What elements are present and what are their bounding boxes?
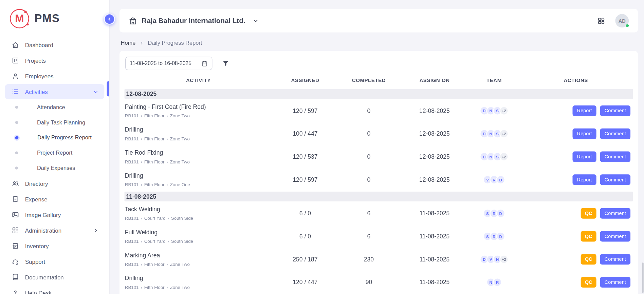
activity-path: RB101›Fifth Floor›Zone One [125, 182, 269, 187]
sidebar-subitem-label: Daily Task Planning [37, 119, 85, 125]
team-avatars: NR [470, 278, 519, 287]
sidebar-subitem-attendance[interactable]: Attendance [0, 100, 109, 115]
filter-icon[interactable] [222, 59, 229, 67]
path-segment: RB101 [125, 159, 139, 164]
sidebar-item-documentation[interactable]: Documentation [5, 270, 105, 285]
sidebar-subitem-daily-task-planning[interactable]: Daily Task Planning [0, 115, 109, 130]
sidebar-item-directory[interactable]: Directory [5, 176, 105, 191]
assigned-value: 250 / 187 [272, 256, 338, 262]
report-button[interactable]: Report [572, 105, 596, 116]
logo-icon: M [10, 9, 29, 28]
activity-name: Marking Area [125, 252, 269, 258]
comment-button[interactable]: Comment [600, 277, 631, 288]
path-segment: Fifth Floor [144, 113, 165, 118]
sidebar-item-label: Projects [25, 57, 46, 64]
path-segment: Zone Two [170, 262, 190, 267]
date-range-value: 11-08-2025 to 16-08-2025 [130, 60, 191, 66]
path-separator: › [167, 262, 168, 266]
team-avatars: DNS+2 [470, 106, 519, 115]
path-segment: RB101 [125, 136, 139, 141]
breadcrumb-home[interactable]: Home [121, 40, 136, 46]
assigned-value: 6 / 0 [272, 233, 338, 239]
sidebar-item-administration[interactable]: Administration [5, 223, 105, 238]
team-overflow-badge: +2 [499, 255, 509, 264]
sidebar-item-projects[interactable]: Projects [5, 53, 105, 68]
report-button[interactable]: Report [572, 174, 596, 185]
path-segment: Court Yard [144, 216, 166, 221]
comment-button[interactable]: Comment [600, 105, 631, 116]
path-separator: › [167, 182, 168, 187]
filter-row: 11-08-2025 to 16-08-2025 [125, 56, 633, 72]
report-button[interactable]: Report [572, 151, 596, 162]
sidebar-item-activities[interactable]: Activities [5, 84, 105, 99]
scrollbar-thumb[interactable] [642, 262, 644, 293]
sidebar-collapse-button[interactable] [104, 14, 115, 25]
sidebar-item-dashboard[interactable]: Dashboard [5, 37, 105, 53]
activity-name: Full Welding [125, 229, 269, 235]
path-separator: › [141, 136, 142, 141]
path-separator: › [141, 182, 142, 187]
chevron-right-icon [139, 40, 144, 45]
comment-button[interactable]: Comment [600, 231, 631, 241]
sidebar-subitem-project-report[interactable]: Project Report [0, 145, 109, 160]
path-segment: Fifth Floor [144, 262, 165, 267]
comment-button[interactable]: Comment [600, 208, 631, 218]
bullet-icon [15, 166, 18, 169]
comment-button[interactable]: Comment [600, 254, 631, 264]
assign-on-value: 11-08-2025 [400, 233, 470, 239]
completed-value: 0 [338, 107, 400, 114]
sidebar-item-expense[interactable]: Expense [5, 192, 105, 207]
table-body: 12-08-2025Painting - First Coat (Fire Re… [125, 89, 633, 294]
assigned-value: 120 / 537 [272, 153, 338, 160]
activity-name: Drilling [125, 275, 269, 281]
path-segment: Court Yard [144, 239, 166, 244]
company-selector[interactable]: Raja Bahadur International Ltd. [129, 16, 259, 25]
user-avatar[interactable]: AD [615, 14, 629, 27]
sidebar-subitem-label: Daily Expenses [37, 165, 75, 171]
bullet-icon [15, 136, 19, 139]
date-range-input[interactable]: 11-08-2025 to 16-08-2025 [125, 57, 212, 70]
sidebar-item-label: Help Desk [25, 290, 52, 294]
sidebar-item-label: Image Gallary [25, 212, 61, 218]
path-segment: Fifth Floor [144, 182, 165, 187]
qc-button[interactable]: QC [581, 208, 596, 218]
path-separator: › [141, 285, 142, 289]
team-avatars: DNS+2 [470, 129, 519, 138]
assign-on-value: 12-08-2025 [400, 176, 470, 183]
sidebar-item-label: Activities [25, 89, 48, 95]
app-name: PMS [35, 12, 60, 25]
comment-button[interactable]: Comment [600, 174, 631, 185]
qc-button[interactable]: QC [581, 277, 596, 288]
apps-grid-icon[interactable] [597, 17, 605, 25]
sidebar-subitem-daily-progress-report[interactable]: Daily Progress Report [0, 130, 109, 145]
comment-button[interactable]: Comment [600, 129, 631, 139]
sidebar-item-label: Expense [25, 196, 48, 202]
main-area: Raja Bahadur International Ltd. AD Home [110, 0, 644, 294]
sidebar-item-help-desk[interactable]: Help Desk [5, 285, 105, 294]
company-name: Raja Bahadur International Ltd. [142, 17, 245, 25]
report-button[interactable]: Report [572, 129, 596, 139]
assigned-value: 120 / 597 [272, 107, 338, 114]
sidebar-subitem-daily-expenses[interactable]: Daily Expenses [0, 160, 109, 176]
chevron-down-icon [93, 89, 98, 95]
sidebar-item-label: Support [25, 258, 45, 265]
table-row: DrillingRB101›Fifth Floor›Zone Two100 / … [125, 122, 633, 145]
column-header-assign-on: ASSIGN ON [400, 78, 470, 83]
projects-icon [12, 57, 19, 64]
qc-button[interactable]: QC [581, 231, 596, 241]
comment-button[interactable]: Comment [600, 151, 631, 162]
sidebar-item-inventory[interactable]: Inventory [5, 238, 105, 254]
sidebar-item-employees[interactable]: Employees [5, 68, 105, 84]
table-header-row: ACTIVITYASSIGNEDCOMPLETEDASSIGN ONTEAMAC… [125, 72, 633, 89]
sidebar-item-support[interactable]: Support [5, 254, 105, 269]
expense-icon [12, 195, 19, 203]
row-actions: ReportComment [519, 105, 633, 116]
qc-button[interactable]: QC [581, 254, 596, 264]
team-overflow-badge: +2 [499, 129, 509, 138]
path-segment: RB101 [125, 239, 139, 244]
row-actions: QCComment [519, 231, 633, 241]
assign-on-value: 12-08-2025 [400, 107, 470, 114]
sidebar-item-image-gallary[interactable]: Image Gallary [5, 207, 105, 222]
team-avatar: D [496, 175, 505, 184]
bullet-icon [15, 151, 18, 154]
